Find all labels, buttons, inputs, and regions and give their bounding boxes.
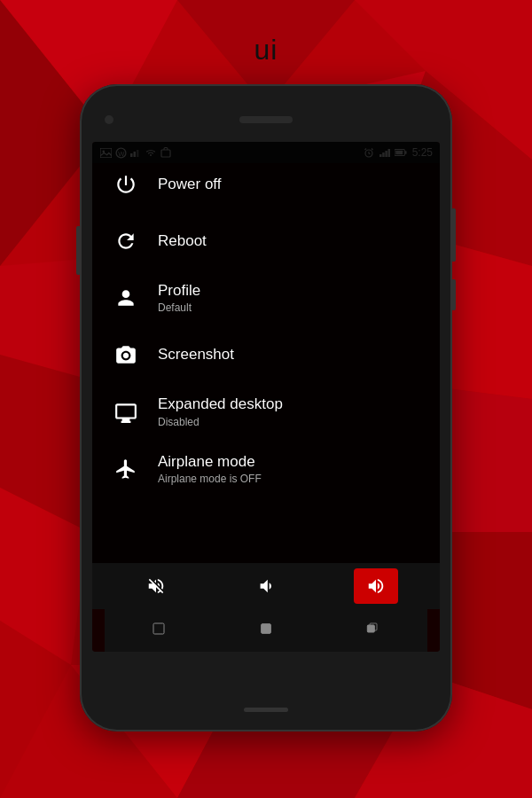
airplane-mode-text: Airplane mode Airplane mode is OFF xyxy=(158,453,422,485)
svg-rect-49 xyxy=(153,623,164,634)
volume-button-left[interactable] xyxy=(76,226,81,275)
phone-home-indicator xyxy=(244,708,288,712)
navigation-bar xyxy=(105,606,427,652)
volume-control-bar xyxy=(92,563,440,609)
phone-screen: W xyxy=(92,142,440,652)
power-off-menu-item[interactable]: Power off xyxy=(92,156,440,213)
screenshot-text: Screenshot xyxy=(158,346,422,364)
airplane-mode-sublabel: Airplane mode is OFF xyxy=(158,473,422,485)
volume-button[interactable] xyxy=(451,208,456,262)
reboot-text: Reboot xyxy=(158,232,422,250)
power-off-icon xyxy=(110,168,142,200)
reboot-icon xyxy=(110,225,142,257)
profile-text: Profile Default xyxy=(158,282,422,314)
svg-rect-50 xyxy=(262,624,271,634)
back-nav-button[interactable] xyxy=(150,620,168,638)
profile-label: Profile xyxy=(158,282,422,300)
phone-top-area xyxy=(80,100,452,139)
reboot-menu-item[interactable]: Reboot xyxy=(92,213,440,270)
app-title: ui xyxy=(0,34,532,66)
power-off-text: Power off xyxy=(158,176,422,193)
screenshot-menu-item[interactable]: Screenshot xyxy=(92,326,440,383)
expanded-desktop-label: Expanded desktop xyxy=(158,395,422,413)
phone-frame: W xyxy=(80,84,452,732)
expanded-desktop-sublabel: Disabled xyxy=(158,416,422,428)
volume-loud-button[interactable] xyxy=(354,568,398,604)
profile-icon xyxy=(110,282,142,314)
screenshot-label: Screenshot xyxy=(158,346,422,364)
svg-rect-51 xyxy=(368,625,375,632)
front-camera xyxy=(105,115,113,124)
airplane-mode-label: Airplane mode xyxy=(158,453,422,471)
power-menu-overlay: Power off Reboot Profile Default xyxy=(92,142,440,563)
expanded-desktop-text: Expanded desktop Disabled xyxy=(158,395,422,427)
airplane-icon xyxy=(110,453,142,485)
volume-mute-button[interactable] xyxy=(134,568,178,604)
desktop-icon xyxy=(110,396,142,428)
power-button[interactable] xyxy=(451,279,456,310)
reboot-label: Reboot xyxy=(158,232,422,250)
volume-medium-button[interactable] xyxy=(244,568,288,604)
home-nav-button[interactable] xyxy=(257,620,275,638)
screenshot-icon xyxy=(110,339,142,371)
airplane-mode-menu-item[interactable]: Airplane mode Airplane mode is OFF xyxy=(92,441,440,497)
power-off-label: Power off xyxy=(158,176,422,193)
recents-nav-button[interactable] xyxy=(364,620,382,638)
expanded-desktop-menu-item[interactable]: Expanded desktop Disabled xyxy=(92,383,440,440)
earpiece-speaker xyxy=(239,116,293,123)
profile-sublabel: Default xyxy=(158,301,422,314)
profile-menu-item[interactable]: Profile Default xyxy=(92,270,440,326)
